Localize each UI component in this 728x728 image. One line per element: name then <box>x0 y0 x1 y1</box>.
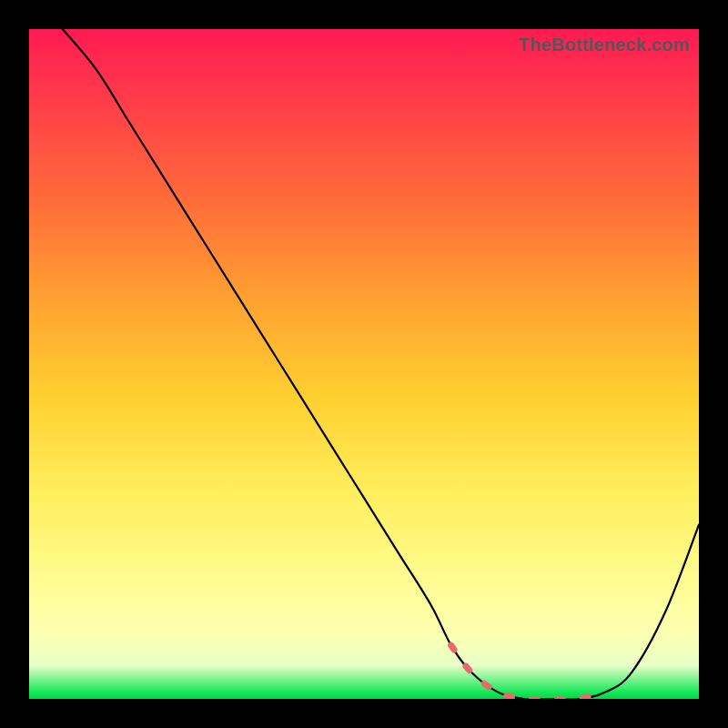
curve-layer <box>29 29 699 699</box>
plot-area: TheBottleneck.com <box>29 29 699 699</box>
optimal-range-highlight <box>451 645 605 699</box>
chart-frame: TheBottleneck.com <box>0 0 728 728</box>
bottleneck-curve <box>63 29 699 699</box>
